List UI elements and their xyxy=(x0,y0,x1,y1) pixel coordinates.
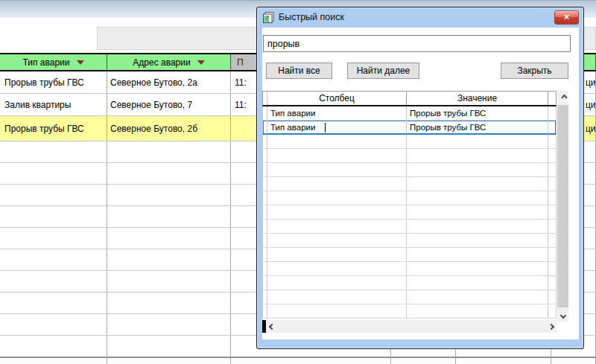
sort-arrow-icon[interactable] xyxy=(197,60,205,65)
result-value-cell[interactable]: Прорыв трубы ГВС xyxy=(407,121,548,134)
find-next-button[interactable]: Найти далее xyxy=(347,63,419,79)
cell-empty[interactable] xyxy=(107,141,231,162)
cell-empty[interactable] xyxy=(107,163,231,184)
cell-empty[interactable] xyxy=(0,228,107,249)
cell-empty[interactable] xyxy=(0,141,107,162)
cell-empty[interactable] xyxy=(0,271,107,292)
cell-empty[interactable] xyxy=(0,206,107,227)
result-row-empty[interactable] xyxy=(262,163,557,177)
result-column-cell xyxy=(267,234,407,247)
table-section-divider xyxy=(0,357,596,358)
cell-empty[interactable] xyxy=(391,357,456,364)
results-grid: Столбец Значение Тип аварии Прорыв трубы… xyxy=(262,91,557,319)
result-value-cell xyxy=(407,177,548,191)
result-row-empty[interactable] xyxy=(262,304,557,319)
horizontal-scrollbar-track[interactable] xyxy=(267,320,557,333)
cell-empty[interactable] xyxy=(107,185,231,205)
result-row-empty[interactable] xyxy=(262,177,557,191)
result-value-cell xyxy=(407,220,548,233)
cell-empty[interactable] xyxy=(231,357,391,364)
column-header-label: Тип аварии xyxy=(22,57,69,68)
cell-accident-type[interactable]: Прорыв трубы ГВС xyxy=(0,71,107,93)
table-row-empty[interactable] xyxy=(0,357,596,364)
scroll-down-button[interactable] xyxy=(557,309,568,322)
result-row-empty[interactable] xyxy=(262,205,557,220)
vertical-scrollbar-thumb[interactable] xyxy=(557,105,568,307)
result-row-empty[interactable] xyxy=(262,276,557,290)
result-spare-cell xyxy=(548,177,556,191)
vertical-scrollbar[interactable] xyxy=(557,91,568,322)
cell-empty[interactable] xyxy=(0,185,107,205)
result-spare-cell xyxy=(548,121,556,134)
close-button[interactable]: Закрыть xyxy=(501,63,568,79)
column-header-label: Адрес аварии xyxy=(133,57,190,68)
result-spare-cell xyxy=(548,290,556,304)
cell-empty[interactable] xyxy=(107,293,231,313)
result-value-cell xyxy=(407,191,548,205)
cell-empty[interactable] xyxy=(0,293,107,313)
cell-empty[interactable] xyxy=(0,357,107,364)
cell-empty[interactable] xyxy=(0,336,107,357)
cell-empty[interactable] xyxy=(107,336,231,357)
result-column-cell xyxy=(267,177,407,191)
cell-accident-address[interactable]: Северное Бутово, 2б xyxy=(107,116,231,141)
close-icon[interactable]: × xyxy=(554,10,579,25)
cell-empty[interactable] xyxy=(107,228,231,249)
cell-empty[interactable] xyxy=(107,357,231,364)
result-row-empty[interactable] xyxy=(262,191,557,205)
results-column-header[interactable]: Столбец xyxy=(267,92,407,105)
sort-arrow-icon[interactable] xyxy=(77,60,84,65)
result-row-empty[interactable] xyxy=(262,290,557,304)
scroll-right-button[interactable] xyxy=(546,320,557,333)
result-column-cell xyxy=(267,276,407,290)
result-row[interactable]: Тип аварии Прорыв трубы ГВС xyxy=(262,106,557,121)
result-column-cell xyxy=(267,290,407,304)
result-row-empty[interactable] xyxy=(262,248,557,262)
cell-accident-address[interactable]: Северное Бутово, 2а xyxy=(107,71,231,93)
column-header-accident-address[interactable]: Адрес аварии xyxy=(107,54,231,70)
card-file-icon xyxy=(263,12,274,23)
dialog-titlebar[interactable]: Быстрый поиск × xyxy=(257,7,583,28)
result-row-editing[interactable]: Тип аварии Прорыв трубы ГВС xyxy=(262,121,557,135)
horizontal-scrollbar[interactable] xyxy=(262,320,557,333)
find-all-button[interactable]: Найти все xyxy=(266,63,332,79)
result-column-cell[interactable]: Тип аварии xyxy=(267,121,407,134)
cell-accident-address[interactable]: Северное Бутово, 7 xyxy=(107,94,231,115)
result-column-cell xyxy=(267,304,407,318)
result-column-cell xyxy=(267,262,407,275)
text-caret xyxy=(325,123,326,132)
result-column-cell xyxy=(267,191,407,205)
chevron-up-icon xyxy=(561,94,567,100)
grid-split-handle[interactable] xyxy=(262,320,266,333)
cell-empty[interactable] xyxy=(107,206,231,227)
quick-search-dialog: Быстрый поиск × Найти все Найти далее За… xyxy=(256,7,584,349)
scroll-left-button[interactable] xyxy=(267,320,277,333)
result-spare-cell xyxy=(548,304,556,318)
result-column-cell xyxy=(267,163,407,176)
result-row-empty[interactable] xyxy=(262,220,557,234)
search-input[interactable] xyxy=(263,35,571,52)
result-column-cell[interactable]: Тип аварии xyxy=(267,106,407,120)
result-column-cell xyxy=(267,149,407,162)
result-row-empty[interactable] xyxy=(262,234,557,248)
cell-empty[interactable] xyxy=(107,249,231,270)
cell-accident-type[interactable]: Прорыв трубы ГВС xyxy=(0,116,107,141)
scroll-up-button[interactable] xyxy=(557,91,568,103)
results-value-header[interactable]: Значение xyxy=(407,92,548,105)
result-row-empty[interactable] xyxy=(262,135,557,149)
result-value-cell xyxy=(407,290,548,304)
cell-empty[interactable] xyxy=(456,357,551,364)
result-value-cell[interactable]: Прорыв трубы ГВС xyxy=(407,106,548,120)
cell-accident-type[interactable]: Залив квартиры xyxy=(0,94,107,115)
cell-empty[interactable] xyxy=(107,314,231,335)
result-spare-cell xyxy=(548,276,556,290)
result-row-empty[interactable] xyxy=(262,149,557,163)
column-header-label: П xyxy=(237,57,244,68)
cell-empty[interactable] xyxy=(107,271,231,292)
cell-empty[interactable] xyxy=(0,249,107,270)
cell-empty[interactable] xyxy=(551,357,596,364)
result-row-empty[interactable] xyxy=(262,262,557,276)
cell-empty[interactable] xyxy=(0,314,107,335)
column-header-accident-type[interactable]: Тип аварии xyxy=(0,54,107,70)
cell-empty[interactable] xyxy=(0,163,107,184)
